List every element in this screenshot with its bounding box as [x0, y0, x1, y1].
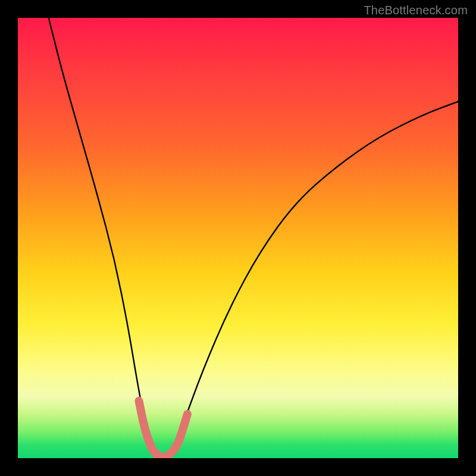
plot-area [18, 18, 458, 458]
optimal-range-highlight [139, 401, 187, 458]
watermark-text: TheBottleneck.com [364, 4, 468, 17]
bottleneck-curve-svg [18, 18, 458, 458]
bottleneck-curve [49, 18, 458, 456]
